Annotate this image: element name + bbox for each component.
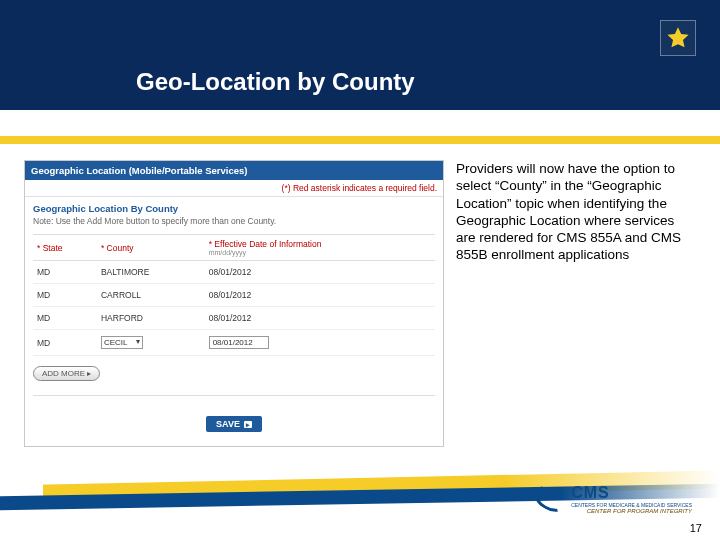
- col-county: * County: [97, 235, 205, 261]
- logo-swoosh-icon: [530, 481, 570, 517]
- cell-state: MD: [33, 330, 97, 356]
- cell-state: MD: [33, 284, 97, 307]
- cell-county: HARFORD: [97, 307, 205, 330]
- cell-state: MD: [33, 261, 97, 284]
- cell-date: 08/01/2012: [205, 284, 435, 307]
- county-table: * State * County * Effective Date of Inf…: [33, 234, 435, 356]
- date-format-hint: mm/dd/yyyy: [209, 249, 431, 256]
- chevron-right-icon: ▸: [244, 421, 252, 428]
- accent-bar: [0, 136, 720, 144]
- col-state: * State: [33, 235, 97, 261]
- slide-description: Providers will now have the option to se…: [456, 160, 696, 447]
- cell-date-input: 08/01/2012: [205, 330, 435, 356]
- slide-title: Geo-Location by County: [136, 68, 415, 96]
- save-row: SAVE▸: [33, 395, 435, 446]
- cell-county: BALTIMORE: [97, 261, 205, 284]
- table-row: MD HARFORD 08/01/2012: [33, 307, 435, 330]
- panel-note: Note: Use the Add More button to specify…: [25, 216, 443, 234]
- add-more-button[interactable]: ADD MORE ▸: [33, 366, 100, 381]
- panel-header: Geographic Location (Mobile/Portable Ser…: [25, 161, 443, 180]
- content-row: Geographic Location (Mobile/Portable Ser…: [0, 144, 720, 447]
- save-button[interactable]: SAVE▸: [206, 416, 262, 432]
- cell-county: CARROLL: [97, 284, 205, 307]
- table-row: MD BALTIMORE 08/01/2012: [33, 261, 435, 284]
- cell-date: 08/01/2012: [205, 261, 435, 284]
- slide-header: Geo-Location by County: [0, 0, 720, 110]
- table-row: MD CARROLL 08/01/2012: [33, 284, 435, 307]
- logo-acronym: CMS: [571, 484, 692, 502]
- table-row-editable: MD CECIL 08/01/2012: [33, 330, 435, 356]
- cell-state: MD: [33, 307, 97, 330]
- star-badge: [660, 20, 696, 56]
- cell-county-select: CECIL: [97, 330, 205, 356]
- logo-subline: CENTER FOR PROGRAM INTEGRITY: [571, 508, 692, 514]
- date-input[interactable]: 08/01/2012: [209, 336, 269, 349]
- page-number: 17: [690, 522, 702, 534]
- star-icon: [665, 25, 691, 51]
- app-screenshot: Geographic Location (Mobile/Portable Ser…: [24, 160, 444, 447]
- panel-subheader: Geographic Location By County: [25, 197, 443, 216]
- county-select[interactable]: CECIL: [101, 336, 143, 349]
- cms-logo: CMS CENTERS FOR MEDICARE & MEDICAID SERV…: [533, 484, 692, 514]
- required-note: (*) Red asterisk indicates a required fi…: [25, 180, 443, 197]
- cell-date: 08/01/2012: [205, 307, 435, 330]
- col-date: * Effective Date of Information mm/dd/yy…: [205, 235, 435, 261]
